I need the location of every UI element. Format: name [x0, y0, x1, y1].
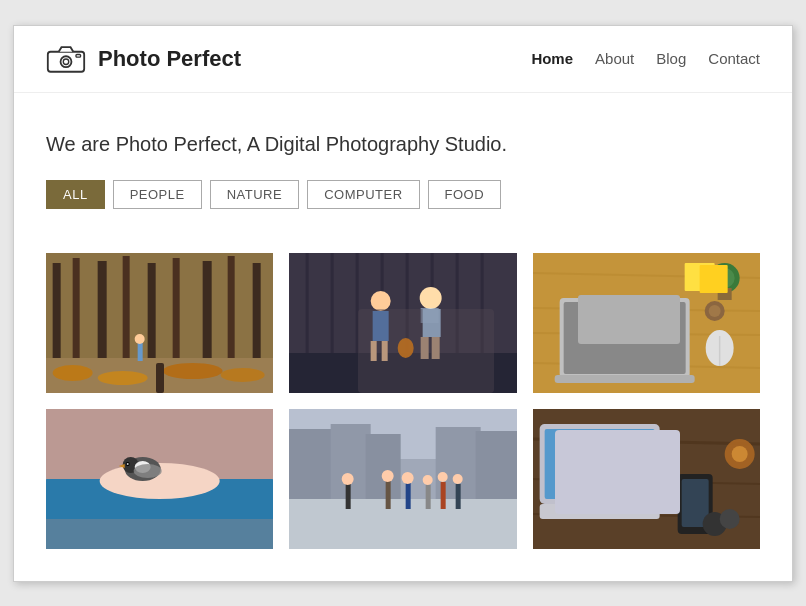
- photo-item[interactable]: [46, 409, 273, 549]
- app-window: Photo Perfect Home About Blog Contact We…: [13, 25, 793, 582]
- photo-item[interactable]: [289, 409, 516, 549]
- svg-point-106: [719, 509, 739, 529]
- svg-point-86: [423, 475, 433, 485]
- svg-rect-30: [456, 253, 459, 353]
- photo-item[interactable]: [533, 409, 760, 549]
- svg-point-80: [342, 473, 354, 485]
- svg-rect-96: [539, 424, 659, 504]
- svg-rect-73: [289, 429, 336, 509]
- svg-rect-54: [563, 302, 685, 374]
- svg-point-41: [398, 338, 414, 358]
- nav-contact[interactable]: Contact: [708, 50, 760, 67]
- nav-blog[interactable]: Blog: [656, 50, 686, 67]
- svg-rect-77: [476, 431, 517, 509]
- filter-nature[interactable]: NATURE: [210, 180, 299, 209]
- svg-point-59: [708, 305, 720, 317]
- photo-laptop-image: [533, 253, 760, 393]
- hero-tagline: We are Photo Perfect, A Digital Photogra…: [46, 133, 760, 156]
- svg-point-16: [98, 371, 148, 385]
- svg-point-88: [438, 472, 448, 482]
- svg-rect-39: [421, 337, 429, 359]
- svg-point-15: [53, 365, 93, 381]
- svg-rect-34: [371, 341, 377, 361]
- logo: Photo Perfect: [46, 44, 241, 74]
- svg-rect-81: [386, 481, 391, 509]
- svg-point-2: [63, 59, 68, 64]
- camera-icon: [46, 44, 86, 74]
- hero-section: We are Photo Perfect, A Digital Photogra…: [14, 93, 792, 253]
- svg-rect-38: [421, 308, 439, 323]
- svg-rect-33: [373, 311, 389, 341]
- filter-all[interactable]: ALL: [46, 180, 105, 209]
- filter-computer[interactable]: COMPUTER: [307, 180, 419, 209]
- svg-point-70: [127, 463, 129, 465]
- svg-rect-79: [346, 484, 351, 509]
- photo-item[interactable]: [46, 253, 273, 393]
- filter-bar: ALL PEOPLE NATURE COMPUTER FOOD: [46, 180, 760, 209]
- svg-rect-23: [289, 353, 516, 393]
- filter-food[interactable]: FOOD: [428, 180, 502, 209]
- photo-laptop2-image: [533, 409, 760, 549]
- svg-point-90: [453, 474, 463, 484]
- svg-point-84: [402, 472, 414, 484]
- svg-point-20: [135, 334, 145, 344]
- svg-rect-37: [423, 309, 441, 337]
- photo-forest-image: [46, 253, 273, 393]
- svg-rect-26: [356, 253, 359, 353]
- svg-rect-100: [539, 504, 659, 519]
- svg-point-18: [221, 368, 265, 382]
- svg-rect-28: [406, 253, 409, 353]
- navigation: Home About Blog Contact: [531, 50, 760, 67]
- svg-point-32: [371, 291, 391, 311]
- nav-about[interactable]: About: [595, 50, 634, 67]
- header: Photo Perfect Home About Blog Contact: [14, 26, 792, 93]
- photo-street-image: [289, 409, 516, 549]
- svg-rect-19: [138, 343, 143, 361]
- svg-rect-85: [426, 485, 431, 509]
- svg-rect-78: [289, 499, 516, 549]
- svg-point-36: [420, 287, 442, 309]
- svg-point-104: [731, 446, 747, 462]
- svg-rect-87: [441, 482, 446, 509]
- photo-grid: [14, 253, 792, 581]
- logo-text: Photo Perfect: [98, 46, 241, 72]
- svg-rect-99: [587, 461, 611, 481]
- svg-rect-3: [76, 54, 81, 57]
- svg-point-68: [134, 464, 162, 478]
- svg-rect-55: [554, 375, 694, 383]
- svg-point-98: [587, 437, 611, 461]
- svg-rect-40: [432, 337, 440, 359]
- svg-rect-35: [382, 341, 388, 361]
- photo-item[interactable]: [533, 253, 760, 393]
- svg-rect-25: [331, 253, 334, 353]
- svg-rect-97: [544, 429, 654, 499]
- svg-point-17: [163, 363, 223, 379]
- svg-rect-83: [406, 483, 411, 509]
- svg-rect-75: [366, 434, 401, 509]
- photo-item[interactable]: [289, 253, 516, 393]
- svg-rect-89: [456, 484, 461, 509]
- svg-rect-31: [481, 253, 484, 353]
- svg-rect-24: [306, 253, 309, 353]
- svg-point-82: [382, 470, 394, 482]
- photo-bird-image: [46, 409, 273, 549]
- photo-children-image: [289, 253, 516, 393]
- svg-rect-52: [699, 265, 727, 293]
- filter-people[interactable]: PEOPLE: [113, 180, 202, 209]
- nav-home[interactable]: Home: [531, 50, 573, 67]
